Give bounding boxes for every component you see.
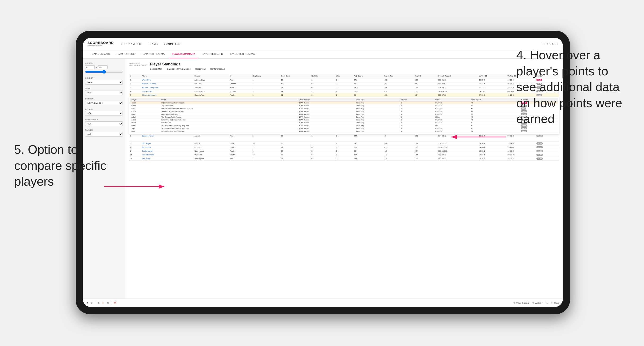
filter-conference: Conference: All xyxy=(210,68,225,70)
cell-points[interactable]: 60.95 xyxy=(535,153,559,157)
subnav-team-h2h-grid[interactable]: TEAM H2H GRID xyxy=(113,50,138,58)
sub-cell-status: PLAYED xyxy=(434,104,470,107)
cell-rank: 6 xyxy=(129,134,141,138)
division-select[interactable]: NCAA Division I xyxy=(85,101,123,105)
view-btn[interactable]: 👁 View: Original xyxy=(513,302,529,304)
col-school: School xyxy=(193,74,228,78)
cell-player[interactable]: Jackson Koirun xyxy=(141,134,193,138)
cell-rank: 1 xyxy=(129,78,141,82)
cell-yr: First xyxy=(228,78,251,82)
cell-record: 440-26-6 xyxy=(437,82,478,86)
nav-tournaments[interactable]: TOURNAMENTS xyxy=(121,42,142,45)
cell-player[interactable]: Wenyi Ding xyxy=(141,78,193,82)
player-label: Player xyxy=(85,129,123,131)
cell-conf-rank: 23 xyxy=(280,157,310,161)
nav-committee[interactable]: COMMITTEE xyxy=(164,42,180,45)
sub-cell-wpts[interactable]: 66.40 xyxy=(520,130,558,133)
cell-player[interactable]: Luke Clanton xyxy=(141,90,193,93)
cell-points[interactable]: 60.02 xyxy=(535,149,559,153)
points-badge[interactable]: 38.49 xyxy=(536,158,543,160)
cell-wins: 0 xyxy=(335,86,353,90)
sidebar-section-conference: Conference (All) xyxy=(85,119,123,126)
cell-adj-score: 68.6 xyxy=(353,157,383,161)
cell-no-rds: 2 xyxy=(310,93,335,97)
watch-icon: 👁 xyxy=(532,302,534,304)
table-row: 25 Cole Sherwood Vanderbilt Fourth 12 23… xyxy=(129,153,559,157)
cell-player[interactable]: Michael Thorbjornsen xyxy=(141,86,193,90)
cell-player[interactable]: Bastien Amat xyxy=(141,149,193,153)
copy-btn[interactable]: 📋 xyxy=(102,302,104,304)
sub-cell-rank: +0 xyxy=(470,104,520,107)
cell-avg-sg: 1.43 xyxy=(414,142,437,146)
player-select[interactable]: (All) xyxy=(85,132,123,137)
undo-btn[interactable]: ↺ xyxy=(86,302,88,304)
cell-player[interactable]: Jack Lundin xyxy=(141,146,193,149)
cell-avg-sg: 3.07 xyxy=(414,78,437,82)
annotation-4: 4. Hover over a player's points to see a… xyxy=(516,47,630,127)
cell-record: 381-01-11 xyxy=(437,78,478,82)
points-badge[interactable]: 60.02 xyxy=(536,150,543,152)
cell-points[interactable]: 60.27 xyxy=(535,146,559,149)
sign-out-link[interactable]: Sign out xyxy=(545,42,558,45)
cell-avg-par: -1.6 xyxy=(383,157,414,161)
subnav-team-summary[interactable]: TEAM SUMMARY xyxy=(88,50,113,58)
sub-cell-rank: +0 xyxy=(470,124,520,127)
sub-points-badge[interactable]: 56.18 xyxy=(521,127,528,129)
cell-points[interactable]: 38.49 xyxy=(535,157,559,161)
year-select[interactable]: (All) xyxy=(85,90,123,95)
cell-points[interactable]: 60.58 xyxy=(535,142,559,146)
gender-select[interactable]: Men xyxy=(85,80,123,85)
cell-no-rds: 2 xyxy=(310,90,335,93)
watch-btn[interactable]: 👁 Watch ▾ xyxy=(532,302,543,304)
cell-points[interactable]: 58.18 xyxy=(535,134,559,138)
points-badge[interactable]: 60.58 xyxy=(536,142,543,145)
cell-player[interactable]: Petr Hruby xyxy=(141,157,193,161)
subnav-player-summary[interactable]: PLAYER SUMMARY xyxy=(169,50,198,58)
redo-btn[interactable]: ↻ xyxy=(90,302,92,304)
sub-cell-event: The Cypress Point Classic xyxy=(160,116,297,119)
clock-btn[interactable]: ⏰ xyxy=(114,302,116,304)
cell-record: 562-02-23 xyxy=(437,157,478,161)
cell-no-rds: 0 xyxy=(310,82,335,86)
main-content: No Rds. – Gender Men xyxy=(83,59,563,299)
share-icon: ⇧ xyxy=(551,302,553,304)
cell-player[interactable]: Christo Lamprecht xyxy=(141,93,193,97)
col-vs25: Vs Top 25 xyxy=(478,74,506,78)
comment-btn[interactable]: 💬 xyxy=(546,302,548,304)
col-no-rds: No Rds. xyxy=(310,74,335,78)
subnav-team-h2h-heatmap[interactable]: TEAM H2H HEATMAP xyxy=(138,50,169,58)
sub-cell-div: NCAA Division I xyxy=(298,110,354,113)
conference-label: Conference xyxy=(85,119,123,121)
cell-vs25: 24-31-3 xyxy=(478,90,506,93)
subnav-player-h2h-heatmap[interactable]: PLAYER H2H HEATMAP xyxy=(226,50,259,58)
no-rds-max-input[interactable] xyxy=(98,65,108,69)
sub-cell-div: NCAA Division I xyxy=(298,124,354,127)
points-badge[interactable]: 58.18 xyxy=(536,135,543,137)
cell-player[interactable]: Ian Gilligan xyxy=(141,142,193,146)
settings-btn[interactable]: ⚙ xyxy=(98,302,99,304)
cell-wins: 0 xyxy=(335,153,353,157)
sub-cell-wpts[interactable]: 56.18 xyxy=(520,127,558,130)
nav-teams[interactable]: TEAMS xyxy=(148,42,158,45)
sub-points-badge[interactable]: 66.40 xyxy=(521,130,528,132)
cell-avg-par: -2 xyxy=(383,134,414,138)
no-rds-slider[interactable] xyxy=(85,70,123,74)
points-badge[interactable]: 60.95 xyxy=(536,154,543,156)
cell-avg-par: -2.6 xyxy=(383,93,414,97)
divider-icon: | xyxy=(542,42,542,45)
points-badge[interactable]: 60.27 xyxy=(536,146,543,148)
subnav-player-h2h-grid[interactable]: PLAYER H2H GRID xyxy=(198,50,226,58)
sub-cell-div: NCAA Division I xyxy=(298,107,354,110)
share-btn[interactable]: ⇧ Share xyxy=(551,302,559,304)
sidebar-section-no-rds: No Rds. – xyxy=(85,62,123,74)
cell-conf-rank: 21 xyxy=(280,93,310,97)
no-rds-min-input[interactable] xyxy=(85,65,94,69)
conference-select[interactable]: (All) xyxy=(85,121,123,126)
cell-player[interactable]: Cole Sherwood xyxy=(141,153,193,157)
cell-conf-rank: 27 xyxy=(280,149,310,153)
region-select[interactable]: N/A xyxy=(85,111,123,116)
sub-cell-rounds: 3 xyxy=(400,119,434,121)
cell-record: 547-142-38 xyxy=(437,90,478,93)
cell-player[interactable]: Michael La Sasso xyxy=(141,82,193,86)
filter-btn[interactable]: ▧ xyxy=(107,302,109,304)
